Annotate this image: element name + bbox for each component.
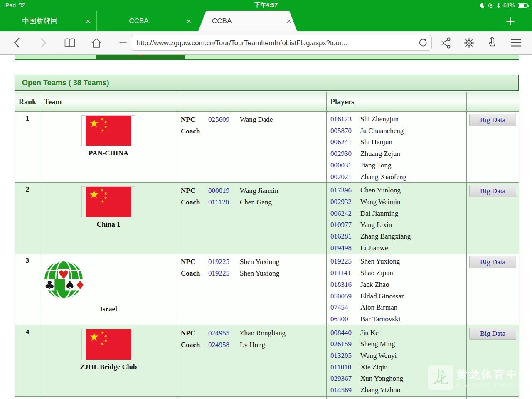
team-cell: ♥ ♣ ♠ ♦ Israel [40,254,177,325]
status-bar: iPad 下午4:57 61% [0,0,532,11]
tab-zgqpw[interactable]: 中国桥牌网 × [0,11,97,31]
player-id-link[interactable]: 006241 [330,136,360,148]
bookmarks-icon[interactable] [64,38,76,48]
player-line: 011010Xie Ziqiu [330,362,466,373]
team-name: PAN-CHINA [40,149,177,158]
back-button[interactable] [11,37,22,48]
close-tab-icon[interactable]: × [80,16,96,26]
big-data-button[interactable]: Big Data [469,114,516,126]
player-id-link[interactable]: 002932 [330,196,360,208]
team-name: ZJHL Bridge Club [40,363,177,371]
israel-bridge-logo: ♥ ♣ ♠ ♦ [40,257,177,304]
section-title: Open Teams ( 38 Teams) [15,75,519,91]
coach-id-link[interactable]: 024958 [208,339,240,351]
player-id-link[interactable]: 005870 [330,125,360,137]
rank-value: 3 [26,256,30,264]
player-id-link[interactable]: 026159 [330,338,360,350]
team-row: 5 NPC 01272 Kurniadi Djauhari 08652Beni … [15,396,519,399]
player-name: Yang Lixin [360,219,466,231]
forward-button[interactable] [37,37,49,48]
big-data-button[interactable]: Big Data [469,185,516,197]
npc-id-link[interactable]: 025609 [208,114,240,126]
player-name: Shen Yuxiong [360,256,466,267]
player-name: Alon Birman [360,302,466,313]
player-name: Zhang Bangxiang [360,231,466,242]
browser-toolbar: http://www.zgqpw.com.cn/Tour/TourTeamIte… [0,31,532,55]
player-name: Wang Wenyi [360,350,466,362]
tab-title: 中国桥牌网 [0,16,80,26]
player-id-link[interactable]: 000031 [330,160,360,171]
big-data-button[interactable]: Big Data [469,328,516,340]
column-header-players: Players [327,92,467,112]
player-name: Xun Yonghong [360,373,466,384]
player-id-link[interactable]: 002930 [330,148,360,160]
add-page-icon[interactable] [117,39,129,47]
coach-name: Lv Hong [240,339,326,351]
player-name: Bar Tarnovski [360,313,466,325]
npc-name: Zhao Rongliang [240,328,326,339]
team-row: 1 PAN-CHINA [15,112,519,183]
player-id-link[interactable]: 018316 [330,279,360,291]
player-id-link[interactable]: 016281 [330,231,360,242]
player-name: Wang Weimin [360,196,466,208]
share-icon[interactable] [440,37,451,49]
new-tab-button[interactable] [501,11,520,31]
player-id-link[interactable]: 014569 [330,384,360,396]
team-cell: China 1 [40,183,177,254]
close-tab-icon[interactable]: × [281,16,297,26]
player-id-link[interactable]: 017396 [330,185,360,196]
coach-id-link[interactable]: 011120 [208,197,240,208]
npc-id-link[interactable]: 019225 [208,256,240,268]
player-id-link[interactable]: 016123 [330,113,360,125]
rotation-lock-icon [488,2,494,8]
player-name: Ju Chuancheng [360,125,466,137]
nav-item[interactable]: Bulletins [376,55,451,57]
address-bar[interactable]: http://www.zgqpw.com.cn/Tour/TourTeamIte… [131,35,432,51]
player-id-link[interactable]: 010977 [330,219,360,231]
team-cell: PAN-CHINA [40,112,177,183]
close-tab-icon[interactable]: × [180,16,197,26]
nav-item[interactable]: Big Data [289,55,360,57]
player-id-link[interactable]: 002021 [330,171,360,183]
china-flag [81,115,135,146]
coach-line: Coach 019225 Shen Yuxiong [181,268,326,279]
reload-icon[interactable] [419,38,427,47]
player-id-link[interactable]: 008440 [330,327,360,339]
player-id-link[interactable]: 019225 [330,256,360,267]
player-id-link[interactable]: 013205 [330,350,360,362]
clock: 下午4:57 [0,2,532,9]
players-cell: 08652Beni Ibradi [327,396,467,399]
coach-id-link[interactable] [208,126,240,137]
menu-hamburger-icon[interactable] [510,39,521,47]
coach-label: Coach [181,197,208,208]
coach-id-link[interactable]: 019225 [208,268,240,279]
player-id-link[interactable]: 011141 [330,267,360,279]
player-line: 014569Zhang Yizhuo [330,384,466,396]
player-id-link[interactable]: 019498 [330,242,360,254]
npc-id-link[interactable]: 024955 [208,328,240,339]
npc-coach-cell: NPC 025609 Wang Dade Coach [177,112,327,183]
player-line: 016281Zhang Bangxiang [330,231,466,242]
player-id-link[interactable]: 011010 [330,362,360,373]
nav-item[interactable]: Results [206,55,276,57]
player-name: Zhang Xiaofeng [360,171,466,183]
npc-name: Shen Yuxiong [240,256,326,268]
player-line: 018316Jack Zhao [330,279,466,291]
big-data-button[interactable]: Big Data [469,256,516,268]
tab-ccba-1[interactable]: CCBA × [97,11,197,31]
settings-gear-icon[interactable] [463,37,475,49]
player-id-link[interactable]: 050059 [330,291,360,302]
home-icon[interactable] [91,38,102,48]
tab-ccba-active[interactable]: CCBA × [198,11,297,31]
tab-title: CCBA [198,17,281,25]
nav-item[interactable]: Home [459,55,517,57]
column-header-actions [467,92,519,112]
player-id-link[interactable]: 006242 [330,208,360,219]
svg-text:♣: ♣ [44,279,55,293]
player-line: 06300Bar Tarnovski [330,313,466,325]
player-id-link[interactable]: 06300 [330,313,360,325]
player-id-link[interactable]: 029367 [330,373,360,384]
touch-gesture-icon[interactable] [487,37,498,49]
npc-id-link[interactable]: 000019 [208,185,240,197]
player-id-link[interactable]: 07454 [330,302,360,313]
